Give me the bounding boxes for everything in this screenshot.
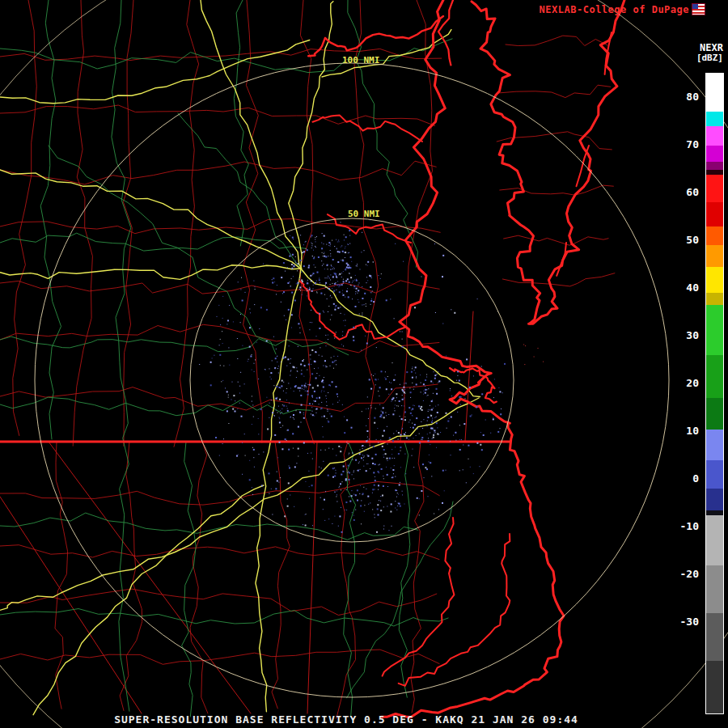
colorbar-segment [706,162,723,171]
range-ring [190,218,514,542]
colorbar-segment [706,293,723,305]
colorbar-tick-label: 40 [662,281,699,294]
colorbar-segment [706,305,723,356]
colorbar-segment [706,613,723,662]
colorbar-segment [706,112,723,126]
colorbar-segments [706,74,723,713]
colorbar-segment [706,430,723,461]
brand-logo-icon [692,3,705,15]
colorbar-segment [706,398,723,430]
radar-viewport: NEXLAB-College of DuPage 100 NMI 50 NMI … [0,0,728,728]
coastline-layer [300,0,625,717]
product-caption: SUPER-RESOLUTION BASE REFLECTIVITY 0.5 D… [0,713,692,726]
roads-layer [0,0,453,717]
county-boundary-lines-layer [0,0,615,718]
colorbar-segment [706,126,723,146]
colorbar-tick-label: 30 [662,329,699,342]
colorbar-title: NEXR [700,42,723,53]
colorbar-segment [706,515,723,566]
colorbar-segment [706,175,723,203]
colorbar-tick-label: -10 [662,520,699,533]
colorbar-tick-label: 0 [662,472,699,485]
colorbar-tick-label: 20 [662,377,699,390]
colorbar-segment [706,226,723,246]
colorbar-tick-label: 50 [662,234,699,247]
colorbar-tick-label: -30 [662,616,699,629]
range-ring [0,0,728,728]
colorbar-segment [706,267,723,294]
colorbar-tick-label: 80 [662,91,699,104]
brand-text: NEXLAB-College of DuPage [540,4,689,15]
colorbar-units: [dBZ] [696,53,723,63]
colorbar-segment [706,245,723,267]
colorbar-segment [706,489,723,510]
colorbar-segment [706,565,723,614]
colorbar-tick-label: 10 [662,425,699,438]
colorbar-segment [706,661,723,713]
range-ring-label-50nmi: 50 NMI [348,209,380,219]
colorbar-tick-label: 60 [662,186,699,199]
colorbar-segment [706,202,723,226]
range-rings-layer [0,0,728,728]
colorbar-segment [706,460,723,489]
colorbar [705,73,724,714]
colorbar-segment [706,355,723,399]
colorbar-tick-label: -20 [662,568,699,581]
colorbar-segment [706,74,723,112]
range-ring-label-100nmi: 100 NMI [342,55,379,66]
radar-map [0,0,728,728]
colorbar-segment [706,146,723,163]
colorbar-tick-label: 70 [662,138,699,151]
